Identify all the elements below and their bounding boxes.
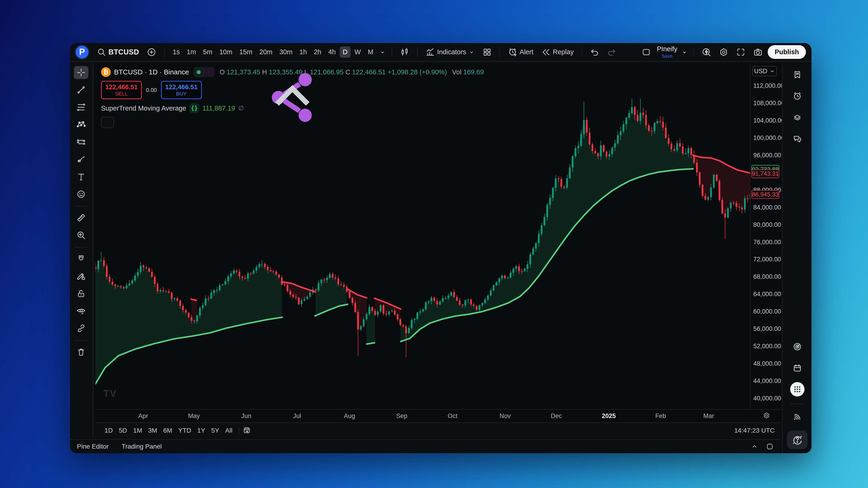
tool-trendline-button[interactable] bbox=[74, 84, 88, 96]
layout-dropdown-button[interactable] bbox=[681, 47, 688, 57]
fullscreen-button[interactable] bbox=[733, 45, 748, 59]
timeframe-10m[interactable]: 10m bbox=[216, 47, 235, 58]
chart-style-button[interactable] bbox=[397, 45, 412, 59]
timeframe-M[interactable]: M bbox=[365, 47, 376, 58]
tool-fib-retracement-button[interactable] bbox=[74, 101, 88, 114]
range-1y[interactable]: 1Y bbox=[194, 425, 208, 436]
toolbar-separator bbox=[392, 47, 392, 57]
sidebar-data-feed-button[interactable] bbox=[790, 409, 805, 424]
range-6m[interactable]: 6M bbox=[160, 425, 175, 436]
tab-trading-panel[interactable]: Trading Panel bbox=[122, 443, 162, 450]
replay-button[interactable]: Replay bbox=[538, 45, 577, 59]
range-5y[interactable]: 5Y bbox=[208, 425, 222, 436]
range-all[interactable]: All bbox=[222, 425, 236, 436]
currency-selector[interactable]: USD bbox=[752, 66, 777, 76]
sidebar-help-button[interactable] bbox=[787, 430, 808, 449]
sidebar-watchlist-button[interactable] bbox=[790, 67, 805, 82]
compare-add-button[interactable] bbox=[144, 45, 159, 59]
range-1m[interactable]: 1M bbox=[130, 425, 145, 436]
tool-magnet-button[interactable] bbox=[74, 252, 88, 265]
toolbar-divider bbox=[74, 247, 88, 247]
sidebar-chat-button[interactable] bbox=[790, 131, 805, 146]
text-icon bbox=[76, 172, 86, 181]
panel-expand-chevron-icon[interactable] bbox=[751, 443, 758, 450]
layout-grid-button[interactable] bbox=[479, 45, 494, 59]
range-5d[interactable]: 5D bbox=[116, 425, 130, 436]
tool-hide-drawings-button[interactable] bbox=[74, 304, 88, 317]
tool-lock-all-button[interactable] bbox=[74, 287, 88, 300]
price-tick: 112,000.00 bbox=[753, 82, 784, 89]
replay-label: Replay bbox=[553, 48, 574, 56]
sidebar-object-tree-button[interactable] bbox=[790, 110, 805, 125]
save-link[interactable]: Save bbox=[661, 54, 673, 58]
quick-search-button[interactable] bbox=[699, 45, 714, 59]
tool-emoji-button[interactable] bbox=[74, 188, 88, 201]
zoom-in-icon bbox=[76, 231, 86, 240]
timeframe-1m[interactable]: 1m bbox=[184, 47, 199, 58]
timeframe-W[interactable]: W bbox=[351, 47, 364, 58]
tool-brush-button[interactable] bbox=[74, 153, 88, 166]
timeframe-dropdown-button[interactable] bbox=[379, 47, 386, 57]
time-axis-label: Oct bbox=[448, 413, 457, 420]
gear-icon bbox=[719, 48, 728, 57]
timeframe-20m[interactable]: 20m bbox=[256, 47, 275, 58]
alert-button[interactable]: Alert bbox=[505, 45, 536, 59]
timeframe-30m[interactable]: 30m bbox=[276, 47, 296, 58]
save-layout-button[interactable] bbox=[639, 45, 654, 59]
time-axis[interactable]: AprMayJunJulAugSepOctNovDec2025FebMar bbox=[95, 409, 781, 422]
timeframe-D[interactable]: D bbox=[340, 47, 350, 58]
ruler-icon bbox=[76, 213, 86, 222]
clock-utc[interactable]: 14:47:23 UTC bbox=[734, 427, 775, 434]
tool-link-drawings-button[interactable] bbox=[74, 322, 88, 335]
timeframe-15m[interactable]: 15m bbox=[236, 47, 255, 58]
tool-zoom-in-button[interactable] bbox=[74, 229, 88, 242]
app-window: P BTCUSD 1s1m5m10m15m20m30m1h2h4hDWM bbox=[70, 43, 811, 453]
undo-button[interactable] bbox=[587, 45, 602, 59]
projection-icon bbox=[76, 138, 86, 147]
tool-xabcd-pattern-button[interactable] bbox=[74, 118, 88, 131]
tool-trash-button[interactable] bbox=[74, 345, 88, 359]
range-ytd[interactable]: YTD bbox=[175, 425, 194, 436]
range-1d[interactable]: 1D bbox=[101, 425, 116, 436]
publish-button[interactable]: Publish bbox=[768, 45, 806, 59]
sidebar-alerts-button[interactable] bbox=[790, 89, 805, 103]
snapshot-button[interactable] bbox=[750, 45, 765, 59]
app-logo[interactable]: P bbox=[75, 45, 89, 59]
hide-drawings-icon bbox=[76, 306, 86, 315]
sidebar-divider bbox=[790, 404, 804, 404]
timeframe-4h[interactable]: 4h bbox=[325, 47, 339, 58]
chart-panel: TV ₿ BTCUSD · 1D · Binance O121,373.45H1… bbox=[95, 63, 781, 409]
tool-text-button[interactable] bbox=[74, 170, 88, 183]
layout-name-menu[interactable]: PIneify Save bbox=[657, 45, 678, 58]
timeframe-5m[interactable]: 5m bbox=[200, 47, 215, 58]
calendar-icon bbox=[793, 363, 802, 373]
timeframe-1s[interactable]: 1s bbox=[169, 47, 183, 58]
timeframe-2h[interactable]: 2h bbox=[311, 47, 324, 58]
settings-button[interactable] bbox=[716, 45, 731, 59]
range-3m[interactable]: 3M bbox=[145, 425, 160, 436]
panel-maximize-icon[interactable] bbox=[766, 443, 774, 451]
sidebar-apps-button[interactable] bbox=[790, 382, 805, 397]
chat-icon bbox=[793, 134, 802, 144]
price-tick: 60,000.00 bbox=[753, 308, 781, 315]
apps-grid-icon bbox=[790, 382, 805, 396]
tab-pine-editor[interactable]: Pine Editor bbox=[77, 443, 109, 450]
sidebar-screener-button[interactable] bbox=[790, 339, 805, 354]
tool-crosshair-button[interactable] bbox=[74, 66, 88, 79]
symbol-search-button[interactable]: BTCUSD bbox=[94, 45, 142, 59]
timeframe-1h[interactable]: 1h bbox=[297, 47, 310, 58]
tool-projection-button[interactable] bbox=[74, 135, 88, 149]
tool-ruler-button[interactable] bbox=[74, 211, 88, 224]
go-to-date-icon[interactable] bbox=[242, 426, 251, 435]
price-tick: 64,000.00 bbox=[753, 291, 781, 298]
axis-settings-gear-icon[interactable] bbox=[763, 411, 770, 419]
object-tree-icon bbox=[793, 113, 802, 122]
tool-drawing-lock-button[interactable] bbox=[74, 270, 88, 283]
price-tag-red: 86,945.33 bbox=[751, 190, 779, 199]
sidebar-calendar-button[interactable] bbox=[790, 361, 805, 375]
legend-collapse-button[interactable] bbox=[101, 117, 114, 128]
indicators-button[interactable]: Indicators bbox=[423, 45, 477, 59]
redo-button[interactable] bbox=[604, 45, 619, 59]
chart-plot-area[interactable]: TV ₿ BTCUSD · 1D · Binance O121,373.45H1… bbox=[95, 63, 750, 409]
price-axis[interactable]: USD 112,000.00108,000.00104,000.00100,00… bbox=[750, 63, 781, 409]
